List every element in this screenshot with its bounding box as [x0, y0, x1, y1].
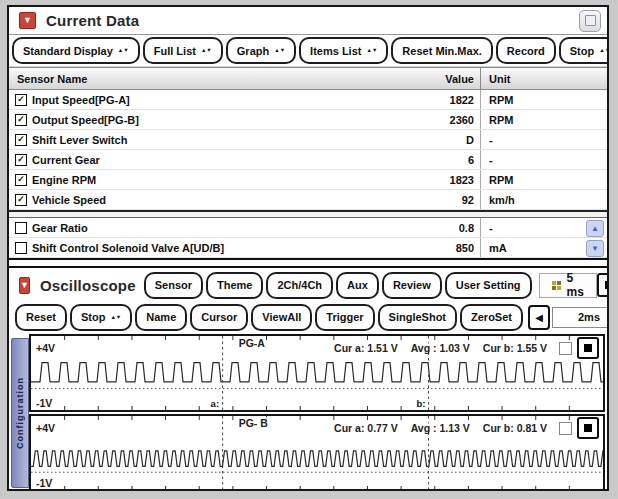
- graph-dropdown[interactable]: Graph▲▼: [226, 37, 296, 64]
- reset-minmax-button[interactable]: Reset Min.Max.: [391, 37, 492, 64]
- panel-menu-icon[interactable]: ▼: [19, 12, 36, 29]
- channel-a-header: +4V PG-A Cur a: 1.51 V Avg : 1.03 V Cur …: [36, 337, 599, 359]
- voltage-top-label: +4V: [36, 422, 55, 434]
- sensor-button[interactable]: Sensor: [144, 272, 203, 299]
- table-header: Sensor Name Value Unit: [9, 67, 607, 90]
- trigger-button[interactable]: Trigger: [315, 304, 374, 331]
- scope-stop-dropdown[interactable]: Stop▲▼: [70, 304, 132, 331]
- row-checkbox[interactable]: [15, 242, 27, 254]
- stop-dropdown[interactable]: Stop▲▼: [559, 37, 609, 64]
- standard-display-dropdown[interactable]: Standard Display▲▼: [12, 37, 140, 64]
- full-list-dropdown[interactable]: Full List▲▼: [143, 37, 223, 64]
- panel-menu-icon[interactable]: ▼: [19, 277, 30, 294]
- table-lower-rows: Gear Ratio 0.8 - Shift Control Solenoid …: [9, 218, 607, 258]
- reset-button[interactable]: Reset: [15, 304, 67, 331]
- maximize-icon: [585, 15, 596, 26]
- user-setting-button[interactable]: User Setting: [445, 272, 532, 299]
- scroll-down-button[interactable]: ▼: [586, 240, 604, 257]
- sensor-unit: -: [480, 150, 607, 169]
- row-checkbox[interactable]: ✓: [15, 194, 27, 206]
- viewall-button[interactable]: ViewAll: [251, 304, 312, 331]
- sensor-value: 92: [408, 194, 480, 206]
- main-window: ▼ Current Data Standard Display▲▼ Full L…: [7, 5, 609, 491]
- row-checkbox[interactable]: ✓: [15, 114, 27, 126]
- sensor-name: Vehicle Speed: [32, 194, 106, 206]
- table-row[interactable]: ✓Output Speed[PG-B] 2360 RPM: [9, 110, 607, 130]
- scope-channel-pg-a: +4V PG-A Cur a: 1.51 V Avg : 1.03 V Cur …: [29, 334, 605, 412]
- table-row[interactable]: ✓Shift Lever Switch D -: [9, 130, 607, 150]
- sensor-value: D: [408, 134, 480, 146]
- sensor-name: Input Speed[PG-A]: [32, 94, 130, 106]
- table-row[interactable]: ✓Current Gear 6 -: [9, 150, 607, 170]
- review-button[interactable]: Review: [382, 272, 442, 299]
- sensor-name: Engine RPM: [32, 174, 96, 186]
- spinner-icon: ▲▼: [274, 48, 285, 53]
- table-row[interactable]: ✓Engine RPM 1823 RPM: [9, 170, 607, 190]
- oscilloscope-toolbar: Reset Stop▲▼ Name Cursor ViewAll Trigger…: [9, 302, 607, 332]
- sample-grid-icon: [552, 281, 561, 290]
- sensor-name: Current Gear: [32, 154, 100, 166]
- table-body: ✓Input Speed[PG-A] 1822 RPM ✓Output Spee…: [9, 90, 607, 258]
- col-value: Value: [408, 73, 480, 85]
- spinner-icon: ▲▼: [366, 48, 377, 53]
- cursor-b-reading: Cur b: 1.55 V: [483, 342, 547, 354]
- avg-reading: Avg : 1.13 V: [411, 422, 470, 434]
- zeroset-button[interactable]: ZeroSet: [460, 304, 523, 331]
- table-row[interactable]: Gear Ratio 0.8 -: [9, 218, 607, 238]
- row-checkbox[interactable]: ✓: [15, 154, 27, 166]
- name-button[interactable]: Name: [135, 304, 187, 331]
- stop-square-icon: [584, 424, 592, 432]
- current-data-titlebar: ▼ Current Data: [9, 7, 607, 35]
- channel-stop-button[interactable]: [577, 417, 599, 439]
- stop-square-icon: [584, 344, 592, 352]
- configuration-tab[interactable]: Configuration: [11, 338, 29, 488]
- cursor-a-label[interactable]: a:: [211, 398, 219, 409]
- cursor-a-reading: Cur a: 0.77 V: [334, 422, 398, 434]
- channel-checkbox[interactable]: [559, 342, 572, 355]
- panel-divider: [9, 258, 607, 268]
- sample-rate-display: 5 ms: [539, 273, 597, 298]
- table-row[interactable]: Shift Control Solenoid Valve A[UD/B] 850…: [9, 238, 607, 258]
- singleshot-button[interactable]: SingleShot: [378, 304, 457, 331]
- sensor-value: 1822: [408, 94, 480, 106]
- cursor-b-label[interactable]: b:: [417, 398, 426, 409]
- spinner-icon: ▲▼: [201, 48, 212, 53]
- spinner-icon: ▲▼: [110, 315, 121, 320]
- oscilloscope-title: Oscilloscope: [40, 277, 136, 294]
- row-checkbox[interactable]: [15, 222, 27, 234]
- cursor-button[interactable]: Cursor: [190, 304, 248, 331]
- col-sensor-name: Sensor Name: [9, 73, 408, 85]
- scope-stop-square-button[interactable]: [597, 273, 609, 297]
- sensor-unit: RPM: [480, 170, 607, 189]
- channel-name-label: PG-A: [239, 337, 265, 349]
- row-checkbox[interactable]: ✓: [15, 174, 27, 186]
- timebase-value: 2ms: [552, 307, 609, 328]
- timebase-decrease-button[interactable]: ◀: [528, 305, 550, 330]
- col-unit: Unit: [480, 68, 607, 89]
- sensor-name: Shift Lever Switch: [32, 134, 127, 146]
- channel-readings: Cur a: 1.51 V Avg : 1.03 V Cur b: 1.55 V: [334, 342, 547, 354]
- aux-button[interactable]: Aux: [336, 272, 379, 299]
- channel-mode-button[interactable]: 2Ch/4Ch: [266, 272, 333, 299]
- timebase-control: ◀ 2ms ▶: [526, 305, 609, 330]
- channel-checkbox[interactable]: [559, 422, 572, 435]
- sensor-name: Output Speed[PG-B]: [32, 114, 139, 126]
- voltage-bottom-label: -1V: [36, 477, 52, 489]
- sensor-value: 1823: [408, 174, 480, 186]
- scroll-up-button[interactable]: ▲: [586, 220, 604, 237]
- row-checkbox[interactable]: ✓: [15, 134, 27, 146]
- table-row[interactable]: ✓Vehicle Speed 92 km/h: [9, 190, 607, 210]
- maximize-button[interactable]: [579, 10, 601, 32]
- row-checkbox[interactable]: ✓: [15, 94, 27, 106]
- items-list-dropdown[interactable]: Items List▲▼: [299, 37, 388, 64]
- theme-button[interactable]: Theme: [206, 272, 263, 299]
- spinner-icon: ▲▼: [118, 48, 129, 53]
- sensor-value: 2360: [408, 114, 480, 126]
- current-data-title: Current Data: [46, 12, 139, 29]
- record-button[interactable]: Record: [496, 37, 556, 64]
- cursor-b-reading: Cur b: 0.81 V: [483, 422, 547, 434]
- channel-stop-button[interactable]: [577, 337, 599, 359]
- avg-reading: Avg : 1.03 V: [411, 342, 470, 354]
- sensor-unit: RPM: [480, 110, 607, 129]
- table-row[interactable]: ✓Input Speed[PG-A] 1822 RPM: [9, 90, 607, 110]
